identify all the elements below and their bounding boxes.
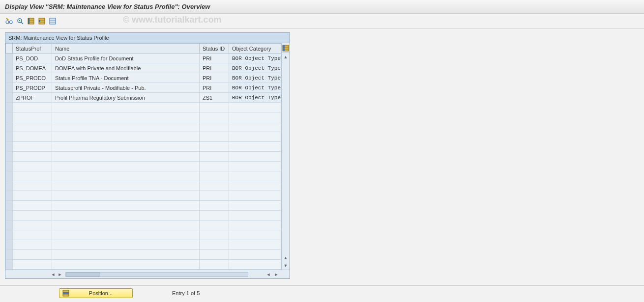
page-title: Display View "SRM: Maintenance View for … [5, 3, 639, 10]
scroll-down-button[interactable]: ▼ [282, 262, 290, 270]
position-label: Position... [72, 290, 129, 296]
row-selector[interactable] [6, 93, 13, 103]
row-selector[interactable] [6, 83, 13, 93]
row-selector[interactable] [6, 142, 13, 152]
table-row[interactable]: PS_PRODPStatusprofil Private - Modifiabl… [6, 83, 281, 93]
table-row-empty [6, 152, 281, 162]
cell-status-id[interactable]: PRI [200, 73, 229, 83]
title-bar: Display View "SRM: Maintenance View for … [0, 0, 644, 14]
table-header-row: StatusProf Name Status ID Object Categor… [6, 44, 281, 54]
row-selector[interactable] [6, 191, 13, 201]
select-all-button[interactable] [27, 17, 35, 26]
entry-count: Entry 1 of 5 [172, 290, 200, 296]
svg-point-0 [6, 21, 9, 24]
cell-name[interactable]: Profil Pharma Regulatory Submission [52, 93, 200, 103]
row-selector[interactable] [6, 240, 13, 250]
table-row-empty [6, 201, 281, 211]
scroll-right2-button[interactable]: ► [273, 271, 280, 278]
row-selector[interactable] [6, 112, 13, 122]
table-frame: SRM: Maintenance View for Status Profile… [5, 32, 290, 279]
table-row-empty [6, 240, 281, 250]
svg-rect-13 [50, 18, 56, 24]
scroll-left2-button[interactable]: ► [57, 271, 63, 278]
position-button[interactable]: Position... [59, 288, 133, 298]
col-status-prof[interactable]: StatusProf [13, 44, 52, 54]
position-icon [62, 290, 69, 297]
scroll-track[interactable] [65, 272, 248, 277]
table-row-empty [6, 230, 281, 240]
cell-object-category[interactable]: BOR Object Type [229, 73, 281, 83]
row-selector[interactable] [6, 181, 13, 191]
cell-object-category[interactable]: BOR Object Type [229, 54, 281, 63]
configure-columns-button[interactable] [282, 43, 290, 53]
footer-bar: Position... Entry 1 of 5 [0, 285, 644, 300]
row-selector-header[interactable] [6, 44, 13, 54]
table-row-empty [6, 220, 281, 230]
row-selector[interactable] [6, 152, 13, 162]
row-selector[interactable] [6, 122, 13, 132]
svg-point-1 [9, 21, 12, 24]
cell-status-id[interactable]: PRI [200, 83, 229, 93]
toggle-edit-button[interactable] [5, 17, 14, 26]
table-row[interactable]: PS_DODDoD Status Profile for DocumentPRI… [6, 54, 281, 63]
cell-status-prof[interactable]: PS_PRODP [13, 83, 52, 93]
cell-status-prof[interactable]: PS_DOD [13, 54, 52, 63]
watermark: © www.tutorialkart.com [123, 15, 222, 25]
scroll-right-button[interactable]: ◄ [265, 271, 272, 278]
horizontal-scrollbar[interactable]: ◄ ► ◄ ► [5, 270, 290, 278]
vertical-scrollbar[interactable]: ▲ ▲ ▼ [281, 43, 290, 270]
row-selector[interactable] [6, 54, 13, 63]
table-row-empty [6, 211, 281, 220]
row-selector[interactable] [6, 260, 13, 270]
cell-status-prof[interactable]: PS_PRODO [13, 73, 52, 83]
cell-status-prof[interactable]: ZPROF [13, 93, 52, 103]
cell-object-category[interactable]: BOR Object Type [229, 63, 281, 73]
cell-name[interactable]: DOMEA with Private and Modifiable [52, 63, 200, 73]
table-row[interactable]: PS_DOMEADOMEA with Private and Modifiabl… [6, 63, 281, 73]
scroll-left-button[interactable]: ◄ [50, 271, 57, 278]
scroll-thumb[interactable] [66, 273, 100, 276]
row-selector[interactable] [6, 171, 13, 181]
cell-name[interactable]: Statusprofil Private - Modifiable - Pub. [52, 83, 200, 93]
table-config-icon [282, 45, 289, 52]
table-row-empty [6, 260, 281, 270]
cell-name[interactable]: DoD Status Profile for Document [52, 54, 200, 63]
table-row[interactable]: ZPROFProfil Pharma Regulatory Submission… [6, 93, 281, 103]
detail-button[interactable] [16, 17, 25, 26]
row-selector[interactable] [6, 103, 13, 112]
col-object-category[interactable]: Object Category [229, 44, 281, 54]
select-block-button[interactable] [37, 17, 46, 26]
row-selector[interactable] [6, 220, 13, 230]
deselect-all-button[interactable] [48, 17, 57, 26]
row-selector[interactable] [6, 230, 13, 240]
svg-rect-21 [63, 292, 69, 294]
status-profile-table: StatusProf Name Status ID Object Categor… [5, 43, 281, 270]
scroll-up-button[interactable]: ▲ [282, 53, 290, 61]
table-row[interactable]: PS_PRODOStatus Profile TNA - DocumentPRI… [6, 73, 281, 83]
cell-object-category[interactable]: BOR Object Type [229, 93, 281, 103]
row-selector[interactable] [6, 73, 13, 83]
scroll-down2-button[interactable]: ▲ [282, 254, 290, 262]
col-name[interactable]: Name [52, 44, 200, 54]
row-selector[interactable] [6, 201, 13, 211]
row-selector[interactable] [6, 250, 13, 260]
pencil-glasses-icon [5, 17, 13, 25]
row-selector[interactable] [6, 63, 13, 73]
table-row-empty [6, 132, 281, 142]
table-row-empty [6, 112, 281, 122]
col-status-id[interactable]: Status ID [200, 44, 229, 54]
cell-object-category[interactable]: BOR Object Type [229, 83, 281, 93]
cell-name[interactable]: Status Profile TNA - Document [52, 73, 200, 83]
table-row-empty [6, 181, 281, 191]
svg-line-3 [21, 22, 23, 24]
cell-status-id[interactable]: PRI [200, 63, 229, 73]
row-selector[interactable] [6, 162, 13, 171]
table-deselect-icon [49, 17, 57, 25]
row-selector[interactable] [6, 211, 13, 220]
cell-status-prof[interactable]: PS_DOMEA [13, 63, 52, 73]
magnifier-detail-icon [16, 17, 24, 25]
cell-status-id[interactable]: ZS1 [200, 93, 229, 103]
cell-status-id[interactable]: PRI [200, 54, 229, 63]
row-selector[interactable] [6, 132, 13, 142]
toolbar: © www.tutorialkart.com [0, 14, 644, 28]
